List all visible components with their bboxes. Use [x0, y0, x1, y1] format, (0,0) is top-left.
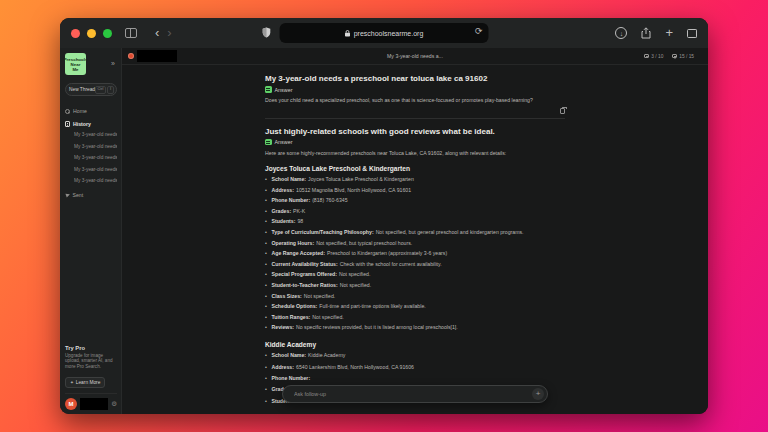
- redacted-username: [80, 398, 108, 410]
- history-list: My 3-year-old needs a... My 3-year-old n…: [74, 132, 117, 184]
- detail-item: • Reviews:No specific reviews provided, …: [265, 325, 565, 331]
- new-tab-icon[interactable]: +: [665, 27, 673, 39]
- answer-2-intro: Here are some highly-recommended prescho…: [265, 150, 565, 157]
- browser-window: ‹ › preschoolsnearme.org ⟳ ↓ +: [60, 18, 708, 414]
- quota-counters: 3 / 10 15 / 15: [644, 54, 694, 59]
- thread-title: My 3-year-old needs a...: [387, 53, 443, 59]
- history-icon: [65, 121, 70, 127]
- browser-sidebar-icon[interactable]: [125, 28, 137, 38]
- answer-icon: [265, 86, 272, 93]
- sent-icon: [65, 192, 70, 197]
- app-body: Preschools Near Me » New Thread Ctrl I: [60, 48, 708, 414]
- detail-item: • Type of Curriculum/Teaching Philosophy…: [265, 230, 565, 236]
- user-row: M ⚙: [65, 393, 117, 410]
- learn-more-button[interactable]: ✦ Learn More: [65, 377, 105, 388]
- followup-input[interactable]: [294, 391, 532, 397]
- sidebar-collapse-icon[interactable]: »: [111, 60, 115, 67]
- detail-item: • Special Programs Offered:Not specified…: [265, 272, 565, 278]
- app-sidebar: Preschools Near Me » New Thread Ctrl I: [60, 48, 122, 414]
- detail-item: • Address:6540 Lankershim Blvd, North Ho…: [265, 365, 565, 371]
- thread-scroll-area[interactable]: My 3-year-old needs a preschool near tol…: [122, 65, 708, 414]
- desktop-background: ‹ › preschoolsnearme.org ⟳ ↓ +: [0, 0, 768, 432]
- detail-item: • School Name:Joyces Toluca Lake Prescho…: [265, 177, 565, 183]
- try-pro-description: Upgrade for image upload, smarter AI, an…: [65, 353, 117, 370]
- question-2: Just highly-related schools with good re…: [265, 127, 565, 136]
- detail-item: • Phone Number:: [265, 376, 565, 382]
- history-item[interactable]: My 3-year-old needs a...: [74, 132, 117, 138]
- page-counter-icon: [672, 54, 677, 59]
- school-1-name: Joyces Toluca Lake Preschool & Kindergar…: [265, 165, 565, 173]
- window-controls: [71, 29, 112, 38]
- privacy-shield-icon[interactable]: [262, 27, 271, 38]
- detail-item: • School Name:Kiddie Academy: [265, 353, 565, 359]
- submit-followup-button[interactable]: +: [532, 388, 544, 400]
- reload-icon[interactable]: ⟳: [475, 27, 483, 36]
- gear-icon[interactable]: ⚙: [111, 400, 117, 408]
- home-icon: [65, 109, 70, 114]
- close-window-button[interactable]: [71, 29, 80, 38]
- history-item[interactable]: My 3-year-old needs a...: [74, 155, 117, 161]
- main-content: My 3-year-old needs a... 3 / 10 15 / 15: [122, 48, 708, 414]
- school-2-name: Kiddie Academy: [265, 341, 565, 349]
- new-thread-button[interactable]: New Thread Ctrl I: [65, 83, 117, 96]
- answer-1-text: Does your child need a specialized presc…: [265, 97, 565, 104]
- browser-toolbar: ‹ › preschoolsnearme.org ⟳ ↓ +: [60, 18, 708, 48]
- detail-item: • Age Range Accepted:Preschool to Kinder…: [265, 251, 565, 257]
- image-counter: 3 / 10: [644, 54, 663, 59]
- minimize-window-button[interactable]: [87, 29, 96, 38]
- detail-item: • Schedule Options:Full-time and part-ti…: [265, 304, 565, 310]
- detail-item: • Current Availability Status:Check with…: [265, 262, 565, 268]
- redacted-thread-label: [137, 50, 177, 62]
- thread-header: My 3-year-old needs a... 3 / 10 15 / 15: [122, 48, 708, 65]
- red-dot-icon: [128, 53, 134, 59]
- url-text: preschoolsnearme.org: [354, 30, 424, 37]
- learn-more-icon: ✦: [70, 380, 74, 385]
- detail-item: • Tuition Ranges:Not specified.: [265, 315, 565, 321]
- detail-item: • Student-to-Teacher Ratios:Not specifie…: [265, 283, 565, 289]
- page-counter: 15 / 15: [672, 54, 694, 59]
- sidebar-item-sent[interactable]: Sent: [65, 190, 117, 200]
- followup-bar: +: [282, 385, 548, 403]
- detail-item: • Class Sizes:Not specified.: [265, 294, 565, 300]
- sidebar-item-home[interactable]: Home: [65, 106, 117, 116]
- downloads-icon[interactable]: ↓: [615, 27, 627, 39]
- tab-overview-icon[interactable]: [687, 29, 697, 38]
- forward-icon: ›: [163, 28, 175, 38]
- detail-item: • Grades:PK-K: [265, 209, 565, 215]
- zoom-window-button[interactable]: [103, 29, 112, 38]
- share-icon[interactable]: [641, 27, 651, 39]
- image-counter-icon: [644, 54, 649, 59]
- history-item[interactable]: My 3-year-old needs a...: [74, 144, 117, 150]
- copy-icon[interactable]: [560, 108, 566, 115]
- detail-item: • Address:10512 Magnolia Blvd, North Hol…: [265, 188, 565, 194]
- detail-item: • Students:98: [265, 219, 565, 225]
- back-icon[interactable]: ‹: [151, 28, 163, 38]
- lock-icon: [345, 30, 351, 37]
- toolbar-right-icons: ↓ +: [615, 18, 697, 48]
- school-1-details: • School Name:Joyces Toluca Lake Prescho…: [265, 177, 565, 331]
- history-item[interactable]: My 3-year-old needs a...: [74, 167, 117, 173]
- try-pro-title: Try Pro: [65, 345, 117, 351]
- avatar[interactable]: M: [65, 398, 77, 410]
- app-logo[interactable]: Preschools Near Me: [65, 53, 86, 75]
- answer-icon: [265, 139, 272, 146]
- sidebar-item-history[interactable]: History: [65, 119, 117, 129]
- answer-badge: Answer: [265, 139, 565, 146]
- answer-badge: Answer: [265, 86, 565, 93]
- history-item[interactable]: My 3-year-old needs a...: [74, 178, 117, 184]
- question-1: My 3-year-old needs a preschool near tol…: [265, 74, 565, 83]
- section-divider: [265, 118, 565, 119]
- keyboard-shortcut: Ctrl I: [95, 86, 113, 94]
- detail-item: • Operating Hours:Not specified, but typ…: [265, 241, 565, 247]
- address-bar[interactable]: preschoolsnearme.org ⟳: [280, 23, 489, 43]
- detail-item: • Phone Number:(818) 760-6345: [265, 198, 565, 204]
